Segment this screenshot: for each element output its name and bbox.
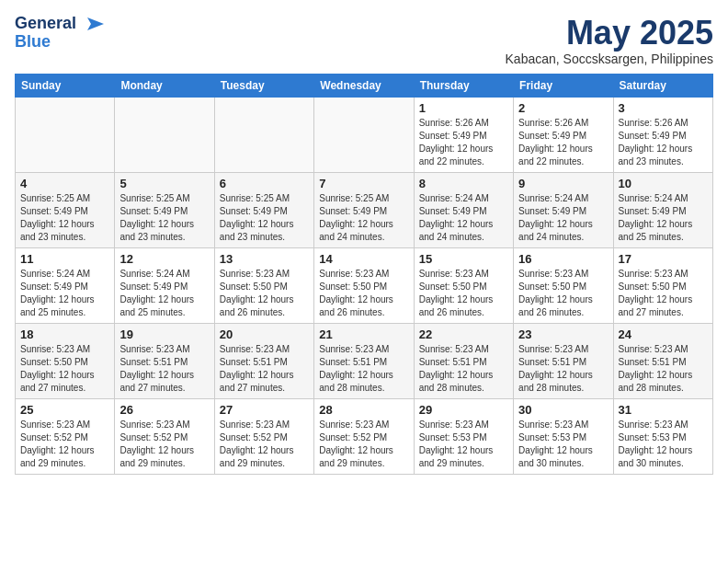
day-info: Sunrise: 5:25 AM Sunset: 5:49 PM Dayligh… bbox=[119, 192, 209, 244]
day-info: Sunrise: 5:26 AM Sunset: 5:49 PM Dayligh… bbox=[419, 117, 508, 168]
week-row-4: 25Sunrise: 5:23 AM Sunset: 5:52 PM Dayli… bbox=[16, 398, 713, 474]
calendar-cell bbox=[314, 97, 414, 172]
calendar-cell: 11Sunrise: 5:24 AM Sunset: 5:49 PM Dayli… bbox=[16, 247, 115, 323]
week-row-3: 18Sunrise: 5:23 AM Sunset: 5:50 PM Dayli… bbox=[16, 323, 713, 398]
day-info: Sunrise: 5:23 AM Sunset: 5:50 PM Dayligh… bbox=[619, 268, 708, 319]
header-monday: Monday bbox=[115, 74, 214, 97]
header-row: SundayMondayTuesdayWednesdayThursdayFrid… bbox=[16, 74, 713, 97]
calendar-cell: 6Sunrise: 5:25 AM Sunset: 5:49 PM Daylig… bbox=[214, 172, 313, 247]
calendar-cell: 8Sunrise: 5:24 AM Sunset: 5:49 PM Daylig… bbox=[414, 172, 513, 247]
calendar-cell: 2Sunrise: 5:26 AM Sunset: 5:49 PM Daylig… bbox=[514, 97, 613, 172]
calendar-cell bbox=[214, 97, 313, 172]
day-number: 22 bbox=[419, 327, 508, 341]
logo-general: General bbox=[15, 15, 76, 33]
day-number: 28 bbox=[319, 403, 408, 417]
day-number: 17 bbox=[619, 252, 708, 266]
calendar-cell: 31Sunrise: 5:23 AM Sunset: 5:53 PM Dayli… bbox=[613, 398, 712, 474]
day-info: Sunrise: 5:23 AM Sunset: 5:52 PM Dayligh… bbox=[119, 419, 209, 470]
day-info: Sunrise: 5:23 AM Sunset: 5:51 PM Dayligh… bbox=[419, 343, 508, 395]
day-number: 15 bbox=[419, 252, 508, 266]
week-row-2: 11Sunrise: 5:24 AM Sunset: 5:49 PM Dayli… bbox=[16, 247, 713, 323]
location-subtitle: Kabacan, Soccsksargen, Philippines bbox=[506, 52, 713, 66]
calendar-cell: 26Sunrise: 5:23 AM Sunset: 5:52 PM Dayli… bbox=[115, 398, 214, 474]
calendar-cell: 25Sunrise: 5:23 AM Sunset: 5:52 PM Dayli… bbox=[16, 398, 115, 474]
day-number: 16 bbox=[518, 252, 608, 266]
day-info: Sunrise: 5:23 AM Sunset: 5:50 PM Dayligh… bbox=[220, 268, 309, 319]
calendar-cell: 13Sunrise: 5:23 AM Sunset: 5:50 PM Dayli… bbox=[214, 247, 313, 323]
week-row-0: 1Sunrise: 5:26 AM Sunset: 5:49 PM Daylig… bbox=[16, 97, 713, 172]
calendar-cell: 15Sunrise: 5:23 AM Sunset: 5:50 PM Dayli… bbox=[414, 247, 513, 323]
calendar-cell: 22Sunrise: 5:23 AM Sunset: 5:51 PM Dayli… bbox=[414, 323, 513, 398]
calendar-cell: 27Sunrise: 5:23 AM Sunset: 5:52 PM Dayli… bbox=[214, 398, 313, 474]
header-thursday: Thursday bbox=[414, 74, 513, 97]
logo-blue: Blue bbox=[15, 33, 51, 52]
day-number: 11 bbox=[20, 252, 109, 266]
day-number: 18 bbox=[20, 327, 109, 341]
svg-marker-0 bbox=[87, 17, 104, 30]
day-number: 9 bbox=[518, 177, 608, 190]
day-info: Sunrise: 5:24 AM Sunset: 5:49 PM Dayligh… bbox=[20, 268, 109, 319]
day-info: Sunrise: 5:23 AM Sunset: 5:50 PM Dayligh… bbox=[419, 268, 508, 319]
calendar-cell: 29Sunrise: 5:23 AM Sunset: 5:53 PM Dayli… bbox=[414, 398, 513, 474]
day-number: 4 bbox=[20, 177, 109, 190]
day-info: Sunrise: 5:23 AM Sunset: 5:52 PM Dayligh… bbox=[220, 419, 309, 470]
calendar-cell: 3Sunrise: 5:26 AM Sunset: 5:49 PM Daylig… bbox=[613, 97, 712, 172]
calendar-cell: 7Sunrise: 5:25 AM Sunset: 5:49 PM Daylig… bbox=[314, 172, 414, 247]
day-info: Sunrise: 5:23 AM Sunset: 5:53 PM Dayligh… bbox=[619, 419, 708, 470]
calendar-cell: 16Sunrise: 5:23 AM Sunset: 5:50 PM Dayli… bbox=[514, 247, 613, 323]
calendar-cell: 19Sunrise: 5:23 AM Sunset: 5:51 PM Dayli… bbox=[115, 323, 214, 398]
calendar-cell bbox=[16, 97, 115, 172]
day-number: 5 bbox=[119, 177, 209, 190]
header-saturday: Saturday bbox=[613, 74, 712, 97]
day-info: Sunrise: 5:23 AM Sunset: 5:53 PM Dayligh… bbox=[419, 419, 508, 470]
week-row-1: 4Sunrise: 5:25 AM Sunset: 5:49 PM Daylig… bbox=[16, 172, 713, 247]
day-info: Sunrise: 5:23 AM Sunset: 5:51 PM Dayligh… bbox=[220, 343, 309, 395]
day-info: Sunrise: 5:23 AM Sunset: 5:50 PM Dayligh… bbox=[518, 268, 608, 319]
page-header: General Blue May 2025 Kabacan, Soccsksar… bbox=[15, 15, 713, 66]
day-info: Sunrise: 5:24 AM Sunset: 5:49 PM Dayligh… bbox=[119, 268, 209, 319]
calendar-table: SundayMondayTuesdayWednesdayThursdayFrid… bbox=[15, 74, 713, 475]
day-number: 12 bbox=[119, 252, 209, 266]
logo: General Blue bbox=[15, 15, 106, 52]
day-number: 25 bbox=[20, 403, 109, 417]
day-info: Sunrise: 5:23 AM Sunset: 5:50 PM Dayligh… bbox=[319, 268, 408, 319]
day-info: Sunrise: 5:23 AM Sunset: 5:52 PM Dayligh… bbox=[319, 419, 408, 470]
day-number: 6 bbox=[220, 177, 309, 190]
day-number: 24 bbox=[619, 327, 708, 341]
day-number: 27 bbox=[220, 403, 309, 417]
month-title: May 2025 bbox=[506, 15, 713, 52]
day-info: Sunrise: 5:23 AM Sunset: 5:52 PM Dayligh… bbox=[20, 419, 109, 470]
day-number: 3 bbox=[619, 101, 708, 115]
header-wednesday: Wednesday bbox=[314, 74, 414, 97]
calendar-cell: 28Sunrise: 5:23 AM Sunset: 5:52 PM Dayli… bbox=[314, 398, 414, 474]
day-number: 20 bbox=[220, 327, 309, 341]
day-info: Sunrise: 5:25 AM Sunset: 5:49 PM Dayligh… bbox=[220, 192, 309, 244]
calendar-cell: 9Sunrise: 5:24 AM Sunset: 5:49 PM Daylig… bbox=[514, 172, 613, 247]
calendar-cell: 30Sunrise: 5:23 AM Sunset: 5:53 PM Dayli… bbox=[514, 398, 613, 474]
day-info: Sunrise: 5:26 AM Sunset: 5:49 PM Dayligh… bbox=[518, 117, 608, 168]
logo-icon bbox=[78, 16, 106, 32]
day-number: 29 bbox=[419, 403, 508, 417]
calendar-cell: 1Sunrise: 5:26 AM Sunset: 5:49 PM Daylig… bbox=[414, 97, 513, 172]
day-number: 7 bbox=[319, 177, 408, 190]
day-number: 13 bbox=[220, 252, 309, 266]
day-number: 1 bbox=[419, 101, 508, 115]
calendar-cell: 5Sunrise: 5:25 AM Sunset: 5:49 PM Daylig… bbox=[115, 172, 214, 247]
header-sunday: Sunday bbox=[16, 74, 115, 97]
title-block: May 2025 Kabacan, Soccsksargen, Philippi… bbox=[506, 15, 713, 66]
calendar-cell: 10Sunrise: 5:24 AM Sunset: 5:49 PM Dayli… bbox=[613, 172, 712, 247]
day-number: 30 bbox=[518, 403, 608, 417]
day-number: 10 bbox=[619, 177, 708, 190]
calendar-cell: 24Sunrise: 5:23 AM Sunset: 5:51 PM Dayli… bbox=[613, 323, 712, 398]
day-info: Sunrise: 5:23 AM Sunset: 5:51 PM Dayligh… bbox=[319, 343, 408, 395]
day-number: 31 bbox=[619, 403, 708, 417]
day-number: 23 bbox=[518, 327, 608, 341]
header-friday: Friday bbox=[514, 74, 613, 97]
calendar-cell: 20Sunrise: 5:23 AM Sunset: 5:51 PM Dayli… bbox=[214, 323, 313, 398]
day-info: Sunrise: 5:25 AM Sunset: 5:49 PM Dayligh… bbox=[20, 192, 109, 244]
day-number: 2 bbox=[518, 101, 608, 115]
calendar-cell: 21Sunrise: 5:23 AM Sunset: 5:51 PM Dayli… bbox=[314, 323, 414, 398]
day-info: Sunrise: 5:24 AM Sunset: 5:49 PM Dayligh… bbox=[518, 192, 608, 244]
day-number: 19 bbox=[119, 327, 209, 341]
header-tuesday: Tuesday bbox=[214, 74, 313, 97]
